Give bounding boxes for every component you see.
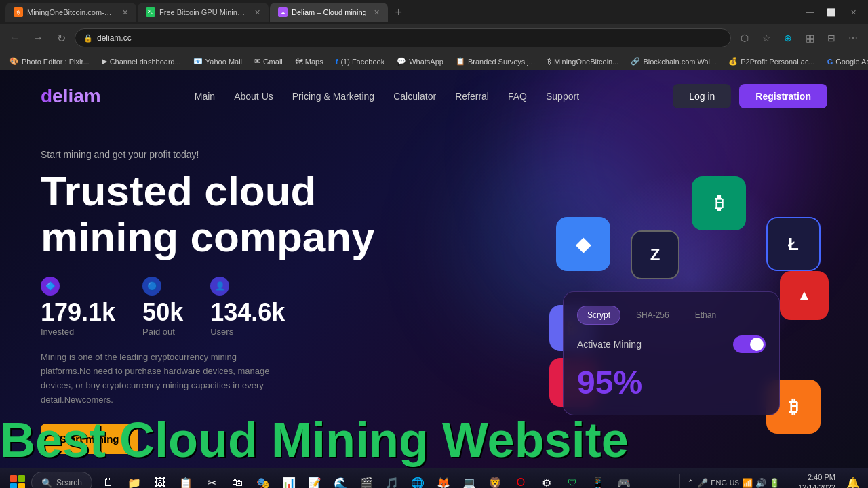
browser-tab-3[interactable]: ☁ Deliam – Cloud mining ✕ bbox=[270, 3, 388, 22]
taskbar-app-music[interactable]: 🎵 bbox=[380, 470, 404, 488]
back-button[interactable]: ← bbox=[5, 28, 24, 47]
toolbar-actions: ⬡ ☆ ⊕ ▦ ⊟ ⋯ bbox=[735, 28, 863, 47]
nav-support[interactable]: Support bbox=[546, 91, 579, 102]
taskbar-app-task[interactable]: 📋 bbox=[174, 470, 198, 488]
taskbar-app-edge[interactable]: 🌊 bbox=[328, 470, 353, 488]
taskbar-app-word[interactable]: 📝 bbox=[302, 470, 327, 488]
stat-icon-invested: 🔷 bbox=[41, 277, 60, 296]
nav-faq[interactable]: FAQ bbox=[508, 91, 527, 102]
lock-icon: 🔒 bbox=[83, 34, 93, 43]
register-button[interactable]: Registration bbox=[739, 84, 827, 108]
panel-tab-scrypt[interactable]: Scrypt bbox=[577, 306, 620, 325]
taskbar-app-antivirus[interactable]: 🛡 bbox=[560, 470, 585, 488]
activate-toggle[interactable] bbox=[733, 336, 766, 353]
win-sq-3 bbox=[10, 483, 17, 488]
stat-invested: 🔷 179.1k Invested bbox=[41, 277, 115, 337]
browser-tab-1[interactable]: ₿ MiningOneBitcoin.com-Mining... ✕ bbox=[5, 3, 136, 22]
mic-icon[interactable]: 🎤 bbox=[697, 478, 708, 488]
star-icon[interactable]: ☆ bbox=[757, 28, 776, 47]
bookmark-surveys[interactable]: 📋 Branded Surveys j... bbox=[452, 56, 539, 67]
bookmark-icon: 🗺 bbox=[295, 58, 302, 66]
taskbar-app-photos[interactable]: 🖼 bbox=[148, 470, 172, 488]
sidebar-icon[interactable]: ⊟ bbox=[822, 28, 841, 47]
bookmark-blockchain[interactable]: 🔗 Blockchain.com Wal... bbox=[627, 56, 720, 67]
minimize-button[interactable]: — bbox=[800, 3, 819, 22]
collections-icon[interactable]: ▦ bbox=[800, 28, 819, 47]
taskbar-app-folder[interactable]: 📁 bbox=[122, 470, 146, 488]
nav-referral[interactable]: Referral bbox=[455, 91, 489, 102]
panel-tabs: Scrypt SHA-256 Ethan bbox=[577, 306, 766, 325]
time-display: 2:40 PM bbox=[798, 472, 835, 483]
website-content: deliam Main About Us Pricing & Marketing… bbox=[0, 70, 868, 468]
maximize-button[interactable]: ⬜ bbox=[822, 3, 841, 22]
battery-icon[interactable]: 🔋 bbox=[769, 478, 780, 488]
refresh-button[interactable]: ↻ bbox=[52, 28, 71, 47]
win-sq-2 bbox=[18, 475, 25, 482]
taskbar-app-chrome[interactable]: 🌐 bbox=[406, 470, 430, 488]
taskbar-app-settings[interactable]: ⚙ bbox=[534, 470, 559, 488]
win-sq-4 bbox=[18, 483, 25, 488]
tab-close-3[interactable]: ✕ bbox=[374, 8, 380, 17]
taskbar-app-firefox[interactable]: 🦊 bbox=[431, 470, 456, 488]
extensions-icon[interactable]: ⬡ bbox=[735, 28, 754, 47]
login-button[interactable]: Log in bbox=[673, 84, 731, 108]
lang-label[interactable]: ENG bbox=[711, 479, 727, 487]
wifi-icon[interactable]: 📶 bbox=[742, 478, 753, 488]
menu-icon[interactable]: ⋯ bbox=[844, 28, 863, 47]
nav-calculator[interactable]: Calculator bbox=[393, 91, 436, 102]
bookmark-icon: ▶ bbox=[102, 57, 107, 66]
up-arrow-icon[interactable]: ⌃ bbox=[687, 478, 694, 488]
panel-tab-sha[interactable]: SHA-256 bbox=[626, 306, 679, 325]
bookmark-maps[interactable]: 🗺 Maps bbox=[291, 56, 328, 67]
notification-icon[interactable]: 🔔 bbox=[844, 476, 863, 488]
taskbar-app-snip[interactable]: ✂ bbox=[199, 470, 224, 488]
taskbar-app-game[interactable]: 🎮 bbox=[612, 470, 636, 488]
taskbar-search[interactable]: 🔍 Search bbox=[31, 472, 92, 488]
bookmark-youtube[interactable]: ▶ Channel dashboard... bbox=[98, 56, 185, 67]
bookmark-p2profit[interactable]: 💰 P2Profit Personal ac... bbox=[724, 56, 818, 67]
bookmark-yahoo[interactable]: 📧 Yahoo Mail bbox=[189, 56, 246, 67]
taskbar: 🔍 Search 🗒 📁 🖼 📋 ✂ 🛍 🎭 📊 📝 🌊 🎬 🎵 🌐 🦊 💻 🦁… bbox=[0, 468, 868, 488]
bookmark-icon: 💬 bbox=[397, 57, 406, 66]
taskbar-app-files[interactable]: 🗒 bbox=[96, 470, 121, 488]
panel-tab-ethan[interactable]: Ethan bbox=[685, 306, 726, 325]
bookmark-photo-editor[interactable]: 🎨 Photo Editor : Pixlr... bbox=[5, 56, 94, 67]
forward-button[interactable]: → bbox=[28, 28, 47, 47]
nav-main[interactable]: Main bbox=[195, 91, 215, 102]
bookmark-gmail[interactable]: ✉ Gmail bbox=[250, 56, 287, 67]
taskbar-app-store[interactable]: 🛍 bbox=[225, 470, 250, 488]
edge-icon[interactable]: ⊕ bbox=[778, 28, 797, 47]
tab-close-2[interactable]: ✕ bbox=[254, 8, 260, 17]
taskbar-app-media[interactable]: 🎬 bbox=[354, 470, 378, 488]
nav-about[interactable]: About Us bbox=[234, 91, 273, 102]
taskbar-app-ps[interactable]: 🎭 bbox=[251, 470, 275, 488]
browser-toolbar: ← → ↻ 🔒 deliam.cc ⬡ ☆ ⊕ ▦ ⊟ ⋯ bbox=[0, 24, 868, 52]
start-button[interactable] bbox=[5, 470, 30, 488]
system-time[interactable]: 2:40 PM 12/14/2022 bbox=[794, 472, 840, 488]
new-tab-button[interactable]: + bbox=[389, 3, 408, 22]
bookmark-label: (1) Facebook bbox=[340, 58, 384, 66]
start-mining-button[interactable]: Start mining bbox=[41, 424, 138, 454]
close-window-button[interactable]: ✕ bbox=[844, 3, 863, 22]
nav-pricing[interactable]: Pricing & Marketing bbox=[292, 91, 374, 102]
address-url: deliam.cc bbox=[97, 33, 132, 43]
taskbar-app-terminal[interactable]: 💻 bbox=[457, 470, 481, 488]
taskbar-app-brave[interactable]: 🦁 bbox=[483, 470, 507, 488]
bookmark-facebook[interactable]: f (1) Facebook bbox=[332, 56, 389, 67]
bookmark-mining[interactable]: ₿ MiningOneBitcoin... bbox=[543, 56, 623, 67]
logo[interactable]: deliam bbox=[41, 85, 101, 107]
bookmark-label: Channel dashboard... bbox=[110, 58, 181, 66]
address-bar[interactable]: 🔒 deliam.cc bbox=[75, 28, 731, 47]
tab-close-1[interactable]: ✕ bbox=[122, 8, 128, 17]
browser-tab-2[interactable]: ⛏ Free Bitcoin GPU Mining, Cloud... ✕ bbox=[138, 3, 269, 22]
hero-section: Start mining and get your profit today! … bbox=[0, 122, 868, 468]
bookmark-whatsapp[interactable]: 💬 WhatsApp bbox=[393, 56, 448, 67]
taskbar-app-opera[interactable]: O bbox=[509, 470, 533, 488]
stat-label-users: Users bbox=[210, 327, 285, 337]
volume-icon[interactable]: 🔊 bbox=[755, 478, 766, 488]
bookmark-adsense[interactable]: G Google AdSense bbox=[823, 56, 868, 67]
logo-d: d bbox=[41, 85, 52, 106]
taskbar-separator bbox=[679, 474, 680, 488]
taskbar-app-excel[interactable]: 📊 bbox=[277, 470, 301, 488]
taskbar-app-mobile[interactable]: 📱 bbox=[586, 470, 610, 488]
